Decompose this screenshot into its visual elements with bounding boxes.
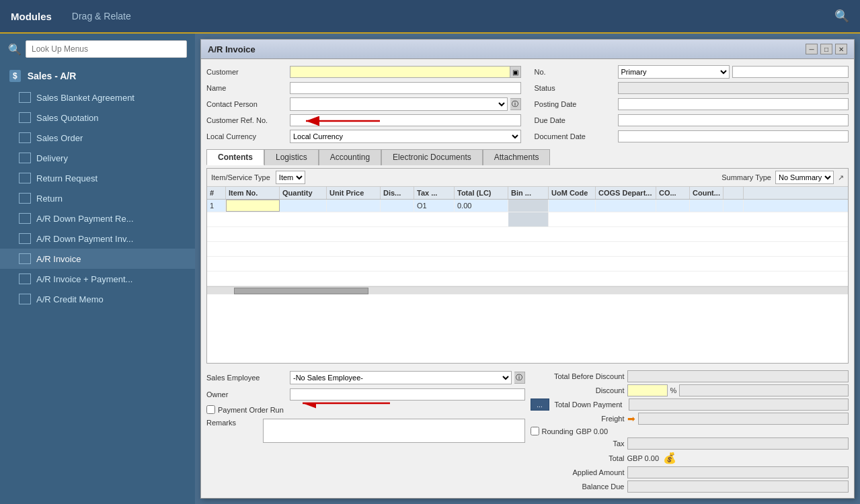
- search-icon[interactable]: 🔍: [834, 9, 849, 24]
- posting-date-input[interactable]: 27.04.21: [618, 98, 849, 110]
- col-extra: [724, 187, 744, 199]
- page-icon: [19, 132, 31, 143]
- no-type-select[interactable]: Primary: [618, 65, 730, 79]
- sales-employee-info-button[interactable]: ⓘ: [514, 372, 525, 384]
- contact-person-select[interactable]: [290, 97, 508, 111]
- applied-amount-row: Applied Amount: [531, 466, 849, 478]
- item-service-type-select[interactable]: Item: [276, 171, 305, 184]
- sidebar-item-sales-order[interactable]: Sales Order: [0, 128, 195, 148]
- sidebar-item-ar-invoice-payment[interactable]: A/R Invoice + Payment...: [0, 269, 195, 289]
- grid-expand-icon[interactable]: ↗: [838, 173, 844, 182]
- sidebar-item-label: Return: [36, 194, 63, 204]
- remarks-textarea[interactable]: [263, 419, 525, 443]
- cell-unit-price: [327, 200, 381, 212]
- due-date-input[interactable]: [618, 114, 849, 126]
- page-icon: [19, 173, 31, 183]
- page-icon: [19, 112, 31, 123]
- tab-logistics[interactable]: Logistics: [264, 149, 319, 165]
- dialog-controls: ─ □ ✕: [806, 44, 847, 54]
- customer-ref-input[interactable]: [290, 114, 521, 126]
- total-down-payment-ellipsis-button[interactable]: ...: [531, 398, 549, 411]
- sidebar-item-return-request[interactable]: Return Request: [0, 168, 195, 188]
- dialog-title-bar: A/R Invoice ─ □ ✕: [201, 40, 854, 59]
- due-date-label: Due Date: [535, 116, 615, 124]
- col-cogs-dept: COGS Depart...: [596, 187, 656, 199]
- sidebar-item-label: A/R Credit Memo: [36, 294, 104, 304]
- cell-uom: [549, 200, 596, 212]
- grid-scrollbar-thumb[interactable]: [234, 288, 368, 294]
- sidebar: 🔍 $ Sales - A/R Sales Blanket Agreement …: [0, 34, 195, 504]
- name-input[interactable]: [290, 82, 521, 94]
- grid-header: # Item No. Quantity Unit Price Dis... Ta…: [207, 187, 848, 200]
- tab-attachments[interactable]: Attachments: [483, 149, 551, 165]
- contact-person-info-button[interactable]: ⓘ: [510, 98, 521, 110]
- cell-cogs: [596, 200, 656, 212]
- top-bar: Modules Drag & Relate 🔍: [0, 0, 860, 34]
- summary-type-select[interactable]: No Summary: [775, 171, 834, 184]
- status-row: Status Open: [535, 81, 849, 95]
- grid-container: Item/Service Type Item Summary Type No S…: [206, 168, 849, 364]
- tab-contents[interactable]: Contents: [206, 149, 264, 165]
- sidebar-section-label: Sales - A/R: [28, 71, 77, 81]
- total-info-icon[interactable]: 💰: [663, 452, 676, 464]
- page-icon: [19, 274, 31, 284]
- form-left: Customer ▣ Name Contact Person: [206, 65, 521, 144]
- sidebar-item-ar-invoice[interactable]: A/R Invoice: [0, 249, 195, 269]
- sidebar-item-ar-down-payment-inv[interactable]: A/R Down Payment Inv...: [0, 228, 195, 249]
- name-row: Name: [206, 81, 521, 95]
- sidebar-item-label: Sales Blanket Agreement: [36, 93, 134, 103]
- sidebar-item-sales-blanket-agreement[interactable]: Sales Blanket Agreement: [0, 87, 195, 108]
- discount-percent-input[interactable]: [627, 384, 668, 396]
- owner-input[interactable]: [290, 388, 525, 401]
- freight-input[interactable]: [638, 413, 849, 425]
- table-row: [207, 212, 848, 227]
- freight-row: Freight ➡: [531, 413, 849, 425]
- sidebar-item-delivery[interactable]: Delivery: [0, 148, 195, 168]
- drag-relate-button[interactable]: Drag & Relate: [72, 11, 131, 22]
- sidebar-item-ar-down-payment-re[interactable]: A/R Down Payment Re...: [0, 208, 195, 228]
- sales-employee-label: Sales Employee: [206, 374, 287, 382]
- sidebar-item-return[interactable]: Return: [0, 188, 195, 208]
- document-date-input[interactable]: 27.04.21: [618, 130, 849, 142]
- table-row: 1 O1 0.00: [207, 200, 848, 212]
- close-button[interactable]: ✕: [835, 44, 847, 54]
- main-layout: 🔍 $ Sales - A/R Sales Blanket Agreement …: [0, 34, 860, 504]
- tab-accounting[interactable]: Accounting: [319, 149, 381, 165]
- owner-label: Owner: [206, 390, 287, 398]
- table-row: [207, 242, 848, 257]
- no-input[interactable]: 1306: [732, 66, 849, 78]
- tab-electronic-documents[interactable]: Electronic Documents: [381, 149, 483, 165]
- rounding-row: Rounding GBP 0.00: [531, 427, 849, 435]
- contact-person-row: Contact Person ⓘ: [206, 97, 521, 112]
- sidebar-search-area: 🔍: [0, 34, 195, 65]
- tabs-row: Contents Logistics Accounting Electronic…: [206, 149, 849, 165]
- bottom-left: Sales Employee -No Sales Employee- ⓘ Own…: [206, 370, 525, 493]
- payment-order-run-row: Payment Order Run: [206, 405, 525, 414]
- sidebar-item-sales-quotation[interactable]: Sales Quotation: [0, 108, 195, 128]
- col-bin: Bin ...: [508, 187, 549, 199]
- minimize-button[interactable]: ─: [806, 44, 818, 54]
- payment-order-run-checkbox[interactable]: [206, 405, 215, 414]
- cell-item-no[interactable]: [226, 200, 280, 212]
- sidebar-section-sales-ar[interactable]: $ Sales - A/R: [0, 65, 195, 87]
- sidebar-item-label: Return Request: [36, 173, 97, 183]
- total-label: Total: [531, 454, 625, 462]
- sales-employee-select[interactable]: -No Sales Employee-: [290, 371, 512, 384]
- col-uom-code: UoM Code: [549, 187, 596, 199]
- search-input[interactable]: [26, 40, 187, 58]
- customer-input[interactable]: [290, 66, 510, 78]
- summary-type-label: Summary Type: [721, 173, 771, 181]
- modules-button[interactable]: Modules: [11, 11, 52, 22]
- freight-label: Freight: [531, 415, 625, 423]
- local-currency-select[interactable]: Local Currency: [290, 130, 521, 143]
- grid-scrollbar[interactable]: [207, 286, 848, 294]
- sidebar-item-ar-credit-memo[interactable]: A/R Credit Memo: [0, 289, 195, 309]
- grid-toolbar-right: Summary Type No Summary ↗: [721, 171, 844, 184]
- total-before-discount-row: Total Before Discount: [531, 370, 849, 382]
- customer-clear-button[interactable]: ▣: [510, 66, 521, 78]
- cell-co: [656, 200, 690, 212]
- rounding-checkbox[interactable]: [531, 427, 539, 435]
- maximize-button[interactable]: □: [820, 44, 832, 54]
- total-down-payment-row: ... Total Down Payment: [531, 398, 849, 411]
- dialog-body: Customer ▣ Name Contact Person: [201, 59, 854, 498]
